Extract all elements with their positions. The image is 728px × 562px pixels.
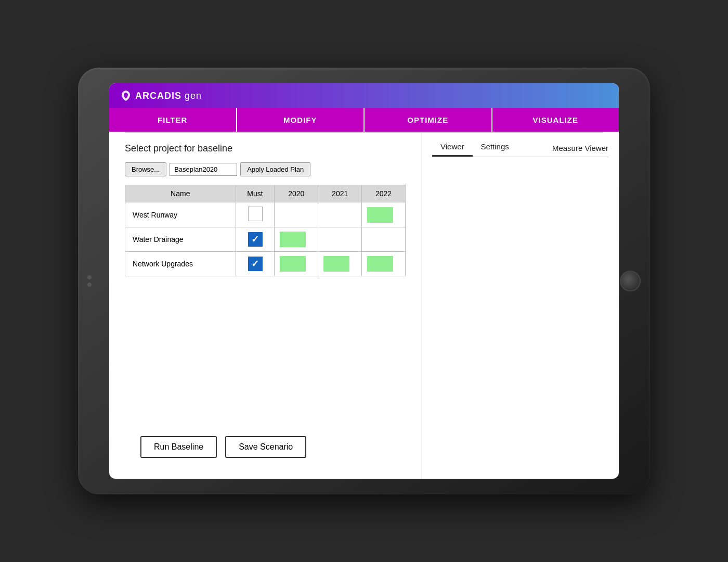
tablet-dot-1: [87, 275, 92, 279]
year-cell-3-2022[interactable]: [362, 252, 406, 276]
tablet-left-buttons: [87, 275, 92, 287]
browse-button[interactable]: Browse...: [125, 162, 166, 176]
col-header-must: Must: [236, 185, 275, 202]
nav-modify[interactable]: MODIFY: [237, 108, 365, 132]
left-panel: Select project for baseline Browse... Ap…: [109, 133, 421, 479]
year-cell-2-2020[interactable]: [275, 227, 318, 252]
col-header-2022: 2022: [362, 185, 406, 202]
tablet-home-button[interactable]: [620, 271, 641, 291]
logo-brand-text: ARCADIS: [135, 91, 181, 101]
project-table: Name Must 2020 2021 2022 West Runway: [125, 185, 406, 276]
must-cell-1[interactable]: [236, 202, 275, 227]
row-name: West Runway: [125, 202, 236, 227]
table-row: Network Upgrades ✓: [125, 252, 406, 276]
bottom-buttons: Run Baseline Save Scenario: [125, 426, 406, 468]
right-panel: Viewer Settings Measure Viewer: [421, 133, 619, 479]
must-cell-3[interactable]: ✓: [236, 252, 275, 276]
year-cell-3-2020[interactable]: [275, 252, 318, 276]
year-cell-1-2020[interactable]: [275, 202, 318, 227]
year-cell-2-2021[interactable]: [318, 227, 362, 252]
table-row: West Runway: [125, 202, 406, 227]
checkbox-unchecked-1[interactable]: [248, 207, 263, 221]
nav-bar: FILTER MODIFY OPTIMIZE VISUALIZE: [109, 108, 619, 132]
table-row: Water Drainage ✓: [125, 227, 406, 252]
col-header-name: Name: [125, 185, 236, 202]
apply-loaded-plan-button[interactable]: Apply Loaded Plan: [240, 162, 310, 176]
nav-optimize[interactable]: OPTIMIZE: [365, 108, 492, 132]
checkbox-checked-3[interactable]: ✓: [248, 257, 263, 271]
tablet-frame: ARCADIS gen FILTER MODIFY OPTIMIZE VISUA…: [78, 68, 650, 494]
nav-filter[interactable]: FILTER: [109, 108, 237, 132]
logo-area: ARCADIS gen: [120, 90, 202, 102]
row-name: Water Drainage: [125, 227, 236, 252]
measure-viewer-link[interactable]: Measure Viewer: [552, 139, 608, 157]
col-header-2021: 2021: [318, 185, 362, 202]
row-name: Network Upgrades: [125, 252, 236, 276]
year-cell-1-2021[interactable]: [318, 202, 362, 227]
save-scenario-button[interactable]: Save Scenario: [225, 436, 306, 458]
content-area: Select project for baseline Browse... Ap…: [109, 133, 619, 479]
year-cell-3-2021[interactable]: [318, 252, 362, 276]
run-baseline-button[interactable]: Run Baseline: [140, 436, 217, 458]
file-input[interactable]: [170, 163, 237, 176]
header-bar: ARCADIS gen: [109, 83, 619, 108]
year-cell-1-2022[interactable]: [362, 202, 406, 227]
nav-visualize[interactable]: VISUALIZE: [492, 108, 619, 132]
logo-sub-text: gen: [185, 91, 202, 101]
tablet-dot-2: [87, 283, 92, 287]
year-cell-2-2022[interactable]: [362, 227, 406, 252]
section-title: Select project for baseline: [125, 143, 406, 154]
file-controls: Browse... Apply Loaded Plan: [125, 162, 406, 176]
must-cell-2[interactable]: ✓: [236, 227, 275, 252]
checkbox-checked-2[interactable]: ✓: [248, 232, 263, 247]
viewer-tabs: Viewer Settings Measure Viewer: [432, 138, 608, 157]
col-header-2020: 2020: [275, 185, 318, 202]
tablet-screen: ARCADIS gen FILTER MODIFY OPTIMIZE VISUA…: [109, 83, 619, 479]
tab-viewer[interactable]: Viewer: [432, 138, 473, 157]
tab-settings[interactable]: Settings: [473, 138, 517, 157]
arcadis-logo-icon: [120, 90, 132, 102]
